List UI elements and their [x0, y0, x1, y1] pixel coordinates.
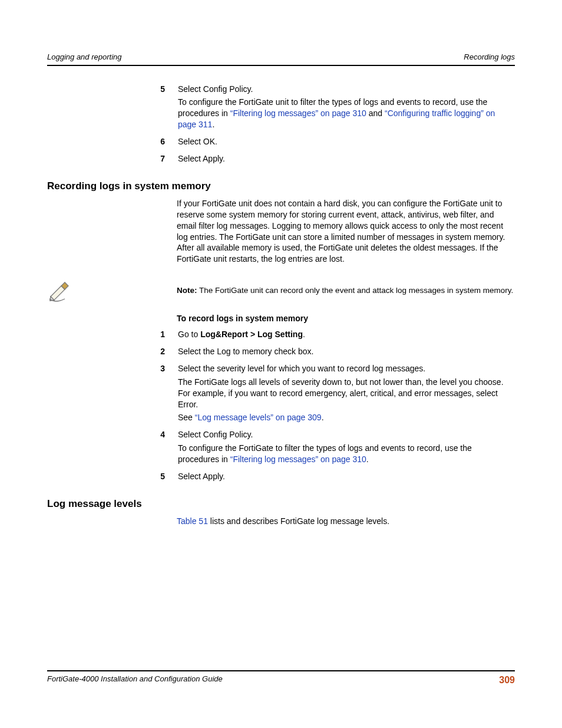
step-5: 5 Select Config Policy. To configure the…	[141, 84, 515, 133]
procedure-heading: To record logs in system memory	[177, 313, 515, 324]
header-right: Recording logs	[464, 52, 515, 62]
link-table-51[interactable]: Table 51	[177, 516, 208, 526]
footer-title: FortiGate-4000 Installation and Configur…	[47, 674, 223, 687]
section-heading-log-message-levels: Log message levels	[47, 498, 515, 511]
proc-step-5: 5 Select Apply.	[141, 471, 515, 485]
step-6: 6 Select OK.	[141, 136, 515, 150]
step-number: 3	[141, 363, 178, 426]
section-body: If your FortiGate unit does not contain …	[177, 198, 515, 265]
step-text: Go to Log&Report > Log Setting.	[178, 329, 515, 340]
link-log-message-levels[interactable]: “Log message levels” on page 309	[195, 413, 322, 422]
step-number: 7	[141, 153, 178, 167]
section-body: Table 51 lists and describes FortiGate l…	[177, 516, 515, 527]
link-filtering-log-messages[interactable]: “Filtering log messages” on page 310	[230, 454, 366, 464]
text-run: .	[303, 330, 305, 339]
link-filtering-log-messages[interactable]: “Filtering log messages” on page 310	[230, 108, 366, 118]
step-7: 7 Select Apply.	[141, 153, 515, 167]
step-text: To configure the FortiGate unit to filte…	[178, 97, 515, 130]
text-run: and	[366, 108, 385, 118]
proc-step-2: 2 Select the Log to memory check box.	[141, 346, 515, 360]
text-run: Go to	[178, 330, 200, 339]
step-text: See “Log message levels” on page 309.	[178, 412, 515, 423]
menu-path: Log&Report > Log Setting	[200, 330, 303, 339]
text-run: .	[322, 413, 324, 422]
text-run: .	[212, 120, 214, 129]
step-text: Select the severity level for which you …	[178, 363, 515, 374]
step-number: 5	[141, 84, 178, 133]
footer-page-number: 309	[499, 674, 515, 687]
running-header: Logging and reporting Recording logs	[47, 52, 515, 66]
step-text: Select Config Policy.	[178, 84, 515, 95]
step-text: Select Apply.	[178, 471, 515, 482]
step-text: Select Apply.	[178, 153, 515, 164]
step-text: Select OK.	[178, 136, 515, 147]
section-heading-recording-logs: Recording logs in system memory	[47, 180, 515, 193]
note-pencil-icon	[47, 279, 77, 302]
note-label: Note:	[177, 286, 197, 295]
step-text: Select the Log to memory check box.	[178, 346, 515, 357]
page-footer: FortiGate-4000 Installation and Configur…	[47, 670, 515, 687]
step-number: 1	[141, 329, 178, 342]
step-number: 2	[141, 346, 178, 360]
text-run: .	[366, 454, 369, 464]
step-text: The FortiGate logs all levels of severit…	[178, 377, 515, 410]
proc-step-3: 3 Select the severity level for which yo…	[141, 363, 515, 426]
header-left: Logging and reporting	[47, 52, 122, 62]
step-number: 4	[141, 429, 178, 467]
step-text: Select Config Policy.	[178, 429, 515, 440]
proc-step-4: 4 Select Config Policy. To configure the…	[141, 429, 515, 467]
text-run: See	[178, 413, 195, 422]
step-number: 5	[141, 471, 178, 485]
step-text: To configure the FortiGate to filter the…	[178, 443, 515, 465]
proc-step-1: 1 Go to Log&Report > Log Setting.	[141, 329, 515, 342]
step-number: 6	[141, 136, 178, 150]
note-body: The FortiGate unit can record only the e…	[197, 286, 514, 295]
text-run: lists and describes FortiGate log messag…	[208, 516, 389, 526]
note: Note: The FortiGate unit can record only…	[47, 279, 515, 302]
note-text: Note: The FortiGate unit can record only…	[177, 285, 515, 296]
